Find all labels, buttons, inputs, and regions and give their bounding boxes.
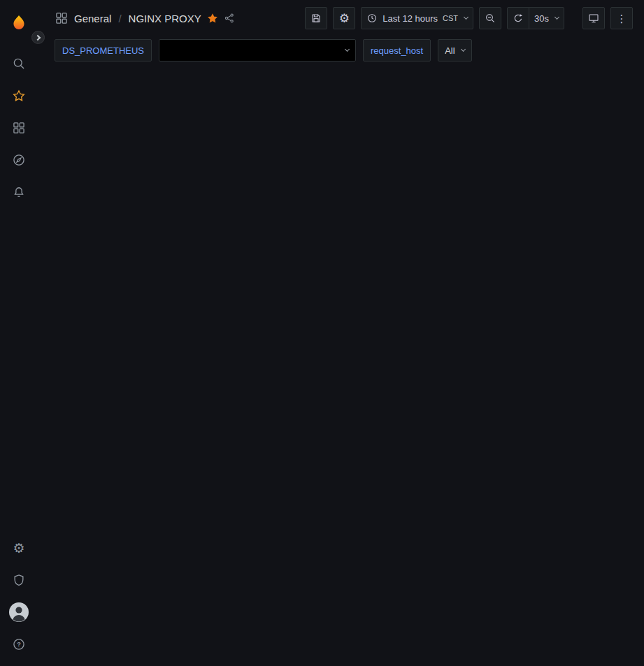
- dashboard-canvas: 1xx - 3xx - 2xx Status Code ............…: [38, 64, 59, 70]
- breadcrumb-separator: /: [118, 13, 121, 24]
- bell-icon: [12, 185, 26, 199]
- gear-icon: ⚙: [339, 13, 350, 24]
- sidebar: ⚙ ?: [0, 0, 38, 666]
- request-host-value: All: [445, 45, 455, 56]
- main-area: General / NGINX PROXY ⚙: [38, 0, 644, 666]
- sidebar-item-dashboards[interactable]: [0, 112, 38, 144]
- sidebar-item-alerting[interactable]: [0, 176, 38, 208]
- chevron-down-icon: [461, 47, 466, 52]
- refresh-interval-label: 30s: [534, 13, 549, 24]
- time-range-label: Last 12 hours: [382, 13, 438, 24]
- star-icon: [12, 89, 26, 103]
- save-dashboard-button[interactable]: [305, 7, 327, 29]
- sidebar-expand-button[interactable]: [31, 31, 45, 44]
- zoom-out-icon: [485, 13, 496, 24]
- chevron-down-icon: [345, 47, 350, 52]
- dashboards-grid-icon: [12, 121, 26, 135]
- help-icon: ?: [12, 637, 26, 651]
- timezone-label: CST: [443, 14, 458, 22]
- compass-icon: [12, 153, 26, 167]
- sidebar-item-explore[interactable]: [0, 144, 38, 176]
- sidebar-item-profile[interactable]: [0, 596, 38, 628]
- sidebar-item-help[interactable]: ?: [0, 628, 38, 660]
- sidebar-item-configuration[interactable]: ⚙: [0, 532, 38, 564]
- kebab-icon: ⋮: [617, 13, 627, 24]
- chevron-down-icon: [554, 15, 559, 20]
- refresh-icon: [513, 13, 524, 24]
- refresh-button[interactable]: [507, 7, 529, 29]
- variables-bar: DS_PROMETHEUS request_host All: [38, 36, 644, 64]
- sidebar-item-server-admin[interactable]: [0, 564, 38, 596]
- grafana-app: ⚙ ?: [0, 0, 644, 666]
- refresh-interval-dropdown[interactable]: 30s: [529, 7, 564, 29]
- chevron-right-icon: [34, 34, 40, 40]
- refresh-button-group: 30s: [507, 7, 564, 29]
- avatar: [8, 602, 29, 623]
- svg-text:?: ?: [17, 641, 21, 648]
- shield-icon: [12, 573, 26, 587]
- grafana-flame-icon: [10, 14, 28, 32]
- share-icon[interactable]: [224, 13, 235, 24]
- more-options-button[interactable]: ⋮: [610, 7, 633, 29]
- datasource-variable-label: DS_PROMETHEUS: [55, 39, 152, 61]
- top-navbar: General / NGINX PROXY ⚙: [38, 0, 644, 36]
- zoom-out-time-button[interactable]: [479, 7, 501, 29]
- datasource-select[interactable]: [159, 39, 356, 61]
- save-icon: [310, 13, 322, 24]
- request-host-variable-label: request_host: [363, 39, 431, 61]
- dashboard-settings-button[interactable]: ⚙: [333, 7, 355, 29]
- sidebar-item-starred[interactable]: [0, 80, 38, 112]
- request-host-select[interactable]: All: [438, 39, 471, 61]
- apps-grid-icon: [55, 11, 69, 25]
- monitor-icon: [588, 13, 599, 24]
- breadcrumb-folder[interactable]: General: [74, 13, 111, 24]
- sidebar-bottom-group: ⚙ ?: [0, 532, 38, 660]
- toolbar: ⚙ Last 12 hours CST: [305, 7, 633, 29]
- dashboard-title: NGINX PROXY: [129, 13, 201, 24]
- time-range-picker[interactable]: Last 12 hours CST: [361, 7, 473, 29]
- search-icon: [12, 57, 26, 71]
- favorite-star-icon[interactable]: [207, 13, 218, 24]
- kiosk-mode-button[interactable]: [582, 7, 605, 29]
- sidebar-item-search[interactable]: [0, 48, 38, 80]
- gear-icon: ⚙: [13, 542, 24, 555]
- clock-icon: [366, 13, 378, 24]
- chevron-down-icon: [464, 15, 468, 20]
